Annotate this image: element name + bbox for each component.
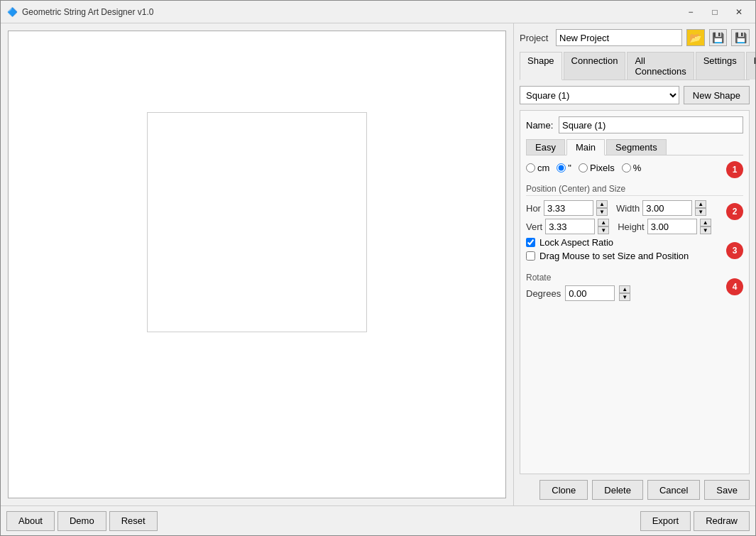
tab-all-connections[interactable]: All Connections bbox=[627, 52, 694, 80]
vert-down[interactable]: ▼ bbox=[598, 226, 609, 234]
vert-up[interactable]: ▲ bbox=[598, 219, 609, 226]
hor-label: Hor bbox=[526, 203, 541, 214]
window-controls: − □ ✕ bbox=[680, 4, 750, 20]
tab-export[interactable]: Export bbox=[746, 52, 755, 80]
name-label: Name: bbox=[526, 120, 554, 131]
degrees-down[interactable]: ▼ bbox=[619, 293, 630, 301]
subtab-easy[interactable]: Easy bbox=[526, 139, 565, 155]
tab-shape[interactable]: Shape bbox=[520, 52, 562, 80]
main-content: Project 📂 💾 💾 Shape Connection All Conne… bbox=[1, 23, 755, 505]
drag-mouse-row: Drag Mouse to set Size and Position bbox=[526, 251, 722, 261]
lock-aspect-checkbox[interactable] bbox=[526, 238, 535, 247]
panel-save-button[interactable]: Save bbox=[704, 480, 750, 500]
project-input[interactable] bbox=[556, 29, 682, 46]
maximize-button[interactable]: □ bbox=[704, 4, 725, 20]
hor-spinner: ▲ ▼ bbox=[596, 200, 608, 216]
vert-row: Vert ▲ ▼ Height ▲ ▼ bbox=[526, 219, 722, 234]
name-input[interactable] bbox=[559, 116, 743, 133]
hor-input[interactable] bbox=[544, 200, 593, 216]
radio-cm[interactable]: cm bbox=[526, 163, 549, 173]
height-down[interactable]: ▼ bbox=[700, 226, 711, 234]
subtab-main[interactable]: Main bbox=[566, 139, 605, 155]
cancel-button[interactable]: Cancel bbox=[647, 480, 700, 500]
degrees-up[interactable]: ▲ bbox=[619, 285, 630, 293]
project-row: Project 📂 💾 💾 bbox=[520, 29, 750, 46]
degrees-spinner: ▲ ▼ bbox=[619, 285, 630, 301]
help-annotation-3: 3 bbox=[726, 242, 743, 259]
open-button[interactable]: 📂 bbox=[686, 29, 705, 46]
radio-percent-input[interactable] bbox=[622, 163, 631, 173]
tab-settings[interactable]: Settings bbox=[696, 52, 745, 80]
panel-bottom-buttons: Clone Delete Cancel Save bbox=[520, 480, 750, 500]
vert-label: Vert bbox=[526, 221, 542, 232]
unit-radios: cm " Pixels % bbox=[526, 163, 726, 173]
radio-inch-label: " bbox=[568, 163, 571, 173]
radio-percent-label: % bbox=[633, 163, 642, 173]
vert-input[interactable] bbox=[545, 219, 595, 234]
reset-button[interactable]: Reset bbox=[109, 511, 158, 531]
width-spinner: ▲ ▼ bbox=[695, 200, 706, 216]
hor-up[interactable]: ▲ bbox=[596, 200, 608, 208]
lock-aspect-label: Lock Aspect Ratio bbox=[539, 237, 613, 248]
minimize-button[interactable]: − bbox=[680, 4, 701, 20]
about-button[interactable]: About bbox=[6, 511, 55, 531]
delete-button[interactable]: Delete bbox=[592, 480, 643, 500]
help-annotation-1: 1 bbox=[726, 161, 743, 178]
save-as-button[interactable]: 💾 bbox=[731, 29, 750, 46]
degrees-row: Degrees ▲ ▼ bbox=[526, 285, 722, 301]
shape-selector-row: Square (1) New Shape bbox=[520, 86, 750, 104]
help-annotation-4: 4 bbox=[726, 278, 743, 295]
radio-percent[interactable]: % bbox=[622, 163, 642, 173]
degrees-input[interactable] bbox=[565, 285, 615, 301]
help-annotation-2: 2 bbox=[726, 203, 743, 220]
radio-inch-input[interactable] bbox=[557, 163, 566, 173]
radio-inch[interactable]: " bbox=[557, 163, 571, 173]
right-panel: Project 📂 💾 💾 Shape Connection All Conne… bbox=[514, 23, 755, 505]
width-down[interactable]: ▼ bbox=[695, 208, 706, 216]
position-section-title: Position (Center) and Size bbox=[526, 184, 743, 196]
drag-mouse-checkbox[interactable] bbox=[526, 251, 535, 261]
rotate-label: Rotate bbox=[526, 273, 722, 283]
canvas-area bbox=[1, 23, 514, 505]
name-row: Name: bbox=[526, 116, 743, 133]
titlebar: 🔷 Geometric String Art Designer v1.0 − □… bbox=[1, 1, 755, 23]
rotate-section: Rotate Degrees ▲ ▼ bbox=[526, 273, 722, 301]
radio-cm-label: cm bbox=[537, 163, 549, 173]
hor-down[interactable]: ▼ bbox=[596, 208, 608, 216]
panel-content: Name: Easy Main Segments cm bbox=[520, 110, 750, 474]
redraw-button[interactable]: Redraw bbox=[694, 511, 750, 531]
demo-button[interactable]: Demo bbox=[57, 511, 106, 531]
radio-pixels-input[interactable] bbox=[579, 163, 588, 173]
subtab-segments[interactable]: Segments bbox=[606, 139, 667, 155]
new-shape-button[interactable]: New Shape bbox=[684, 86, 750, 104]
height-label: Height bbox=[618, 221, 645, 232]
radio-cm-input[interactable] bbox=[526, 163, 535, 173]
bottom-bar: About Demo Reset Export Redraw bbox=[1, 505, 755, 535]
degrees-label: Degrees bbox=[526, 288, 561, 299]
canvas-border bbox=[8, 31, 506, 498]
radio-pixels[interactable]: Pixels bbox=[579, 163, 615, 173]
project-label: Project bbox=[520, 33, 552, 43]
drag-mouse-label: Drag Mouse to set Size and Position bbox=[539, 251, 689, 261]
height-up[interactable]: ▲ bbox=[700, 219, 711, 226]
export-button[interactable]: Export bbox=[640, 511, 691, 531]
right-wrapper: Project 📂 💾 💾 Shape Connection All Conne… bbox=[520, 29, 750, 500]
width-label: Width bbox=[616, 203, 640, 214]
main-tabs: Shape Connection All Connections Setting… bbox=[520, 52, 750, 80]
shape-select[interactable]: Square (1) bbox=[520, 86, 679, 104]
save-button[interactable]: 💾 bbox=[709, 29, 728, 46]
app-title: Geometric String Art Designer v1.0 bbox=[22, 7, 680, 17]
height-spinner: ▲ ▼ bbox=[700, 219, 711, 234]
radio-pixels-label: Pixels bbox=[590, 163, 615, 173]
clone-button[interactable]: Clone bbox=[539, 480, 588, 500]
close-button[interactable]: ✕ bbox=[728, 4, 750, 20]
hor-row: Hor ▲ ▼ Width ▲ ▼ bbox=[526, 200, 722, 216]
app-icon: 🔷 bbox=[6, 6, 18, 18]
width-input[interactable] bbox=[642, 200, 692, 216]
subtabs-row: Easy Main Segments bbox=[526, 139, 743, 155]
canvas-shape-rect bbox=[147, 112, 367, 332]
height-input[interactable] bbox=[647, 219, 697, 234]
vert-spinner: ▲ ▼ bbox=[598, 219, 609, 234]
tab-connection[interactable]: Connection bbox=[564, 52, 626, 80]
width-up[interactable]: ▲ bbox=[695, 200, 706, 208]
